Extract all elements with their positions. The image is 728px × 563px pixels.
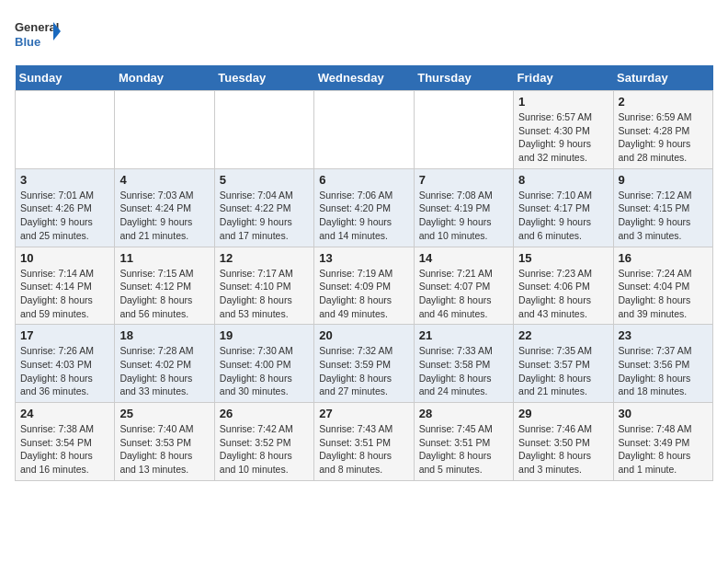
calendar-cell: 21Sunrise: 7:33 AM Sunset: 3:58 PM Dayli… (414, 325, 513, 403)
day-info: Sunrise: 7:10 AM Sunset: 4:17 PM Dayligh… (518, 189, 608, 243)
day-number: 27 (319, 407, 408, 420)
day-info: Sunrise: 6:59 AM Sunset: 4:28 PM Dayligh… (619, 110, 708, 165)
day-number: 26 (220, 407, 309, 420)
calendar-cell: 29Sunrise: 7:46 AM Sunset: 3:50 PM Dayli… (514, 403, 613, 481)
day-info: Sunrise: 7:35 AM Sunset: 3:57 PM Dayligh… (518, 344, 608, 398)
calendar-cell: 28Sunrise: 7:45 AM Sunset: 3:51 PM Dayli… (414, 403, 513, 481)
day-number: 21 (419, 328, 508, 342)
calendar-cell: 25Sunrise: 7:40 AM Sunset: 3:53 PM Dayli… (115, 403, 214, 481)
calendar-cell: 6Sunrise: 7:06 AM Sunset: 4:20 PM Daylig… (314, 168, 414, 247)
weekday-header-sunday: Sunday (16, 65, 115, 91)
day-info: Sunrise: 7:19 AM Sunset: 4:09 PM Dayligh… (319, 267, 408, 321)
logo-svg: General Blue (15, 15, 61, 56)
calendar-cell: 2Sunrise: 6:59 AM Sunset: 4:28 PM Daylig… (613, 91, 712, 169)
day-number: 3 (20, 173, 109, 187)
calendar-cell: 11Sunrise: 7:15 AM Sunset: 4:12 PM Dayli… (115, 247, 214, 325)
day-info: Sunrise: 7:28 AM Sunset: 4:02 PM Dayligh… (119, 344, 209, 398)
day-number: 18 (119, 328, 209, 342)
day-number: 10 (20, 251, 109, 265)
calendar-week-1: 3Sunrise: 7:01 AM Sunset: 4:26 PM Daylig… (16, 168, 713, 247)
day-number: 12 (220, 251, 309, 265)
calendar-cell (414, 91, 513, 169)
weekday-header-tuesday: Tuesday (214, 65, 313, 91)
calendar-cell: 20Sunrise: 7:32 AM Sunset: 3:59 PM Dayli… (314, 325, 414, 403)
calendar-cell: 13Sunrise: 7:19 AM Sunset: 4:09 PM Dayli… (314, 247, 414, 325)
day-number: 25 (119, 407, 209, 420)
day-info: Sunrise: 7:42 AM Sunset: 3:52 PM Dayligh… (220, 422, 309, 477)
calendar-cell (115, 91, 214, 169)
calendar-body: 1Sunrise: 6:57 AM Sunset: 4:30 PM Daylig… (16, 91, 713, 481)
calendar-cell: 14Sunrise: 7:21 AM Sunset: 4:07 PM Dayli… (414, 247, 513, 325)
calendar-table: SundayMondayTuesdayWednesdayThursdayFrid… (15, 65, 713, 481)
logo: General Blue (15, 15, 61, 56)
calendar-header: SundayMondayTuesdayWednesdayThursdayFrid… (16, 65, 713, 91)
day-info: Sunrise: 7:12 AM Sunset: 4:15 PM Dayligh… (619, 189, 708, 243)
calendar-cell (314, 91, 414, 169)
calendar-cell: 17Sunrise: 7:26 AM Sunset: 4:03 PM Dayli… (16, 325, 115, 403)
svg-text:General: General (15, 20, 59, 34)
day-info: Sunrise: 7:04 AM Sunset: 4:22 PM Dayligh… (220, 189, 309, 243)
header: General Blue (15, 15, 713, 56)
day-number: 13 (319, 251, 408, 265)
day-number: 8 (518, 173, 608, 187)
calendar-cell (16, 91, 115, 169)
calendar-cell: 19Sunrise: 7:30 AM Sunset: 4:00 PM Dayli… (214, 325, 313, 403)
calendar-cell: 30Sunrise: 7:48 AM Sunset: 3:49 PM Dayli… (613, 403, 712, 481)
day-number: 2 (619, 95, 708, 109)
calendar-cell: 8Sunrise: 7:10 AM Sunset: 4:17 PM Daylig… (514, 168, 613, 247)
day-number: 28 (419, 407, 508, 420)
calendar-week-2: 10Sunrise: 7:14 AM Sunset: 4:14 PM Dayli… (16, 247, 713, 325)
calendar-cell: 22Sunrise: 7:35 AM Sunset: 3:57 PM Dayli… (514, 325, 613, 403)
calendar-cell: 3Sunrise: 7:01 AM Sunset: 4:26 PM Daylig… (16, 168, 115, 247)
day-number: 22 (518, 328, 608, 342)
day-number: 4 (119, 173, 209, 187)
weekday-header-monday: Monday (115, 65, 214, 91)
calendar-cell: 5Sunrise: 7:04 AM Sunset: 4:22 PM Daylig… (214, 168, 313, 247)
weekday-header-saturday: Saturday (613, 65, 712, 91)
day-number: 6 (319, 173, 408, 187)
day-info: Sunrise: 7:24 AM Sunset: 4:04 PM Dayligh… (619, 267, 708, 321)
day-number: 30 (619, 407, 708, 420)
weekday-header-wednesday: Wednesday (314, 65, 414, 91)
calendar-cell (214, 91, 313, 169)
weekday-header-thursday: Thursday (414, 65, 513, 91)
day-info: Sunrise: 7:30 AM Sunset: 4:00 PM Dayligh… (220, 344, 309, 398)
day-info: Sunrise: 7:15 AM Sunset: 4:12 PM Dayligh… (119, 267, 209, 321)
day-number: 23 (619, 328, 708, 342)
day-number: 5 (220, 173, 309, 187)
day-info: Sunrise: 7:21 AM Sunset: 4:07 PM Dayligh… (419, 267, 508, 321)
day-number: 7 (419, 173, 508, 187)
day-number: 20 (319, 328, 408, 342)
weekday-header-row: SundayMondayTuesdayWednesdayThursdayFrid… (16, 65, 713, 91)
day-info: Sunrise: 7:43 AM Sunset: 3:51 PM Dayligh… (319, 422, 408, 477)
day-info: Sunrise: 7:45 AM Sunset: 3:51 PM Dayligh… (419, 422, 508, 477)
calendar-cell: 26Sunrise: 7:42 AM Sunset: 3:52 PM Dayli… (214, 403, 313, 481)
day-info: Sunrise: 7:46 AM Sunset: 3:50 PM Dayligh… (518, 422, 608, 477)
calendar-cell: 7Sunrise: 7:08 AM Sunset: 4:19 PM Daylig… (414, 168, 513, 247)
calendar-cell: 4Sunrise: 7:03 AM Sunset: 4:24 PM Daylig… (115, 168, 214, 247)
day-info: Sunrise: 6:57 AM Sunset: 4:30 PM Dayligh… (518, 110, 608, 165)
day-info: Sunrise: 7:26 AM Sunset: 4:03 PM Dayligh… (20, 344, 109, 398)
calendar-cell: 24Sunrise: 7:38 AM Sunset: 3:54 PM Dayli… (16, 403, 115, 481)
day-number: 9 (619, 173, 708, 187)
calendar-cell: 18Sunrise: 7:28 AM Sunset: 4:02 PM Dayli… (115, 325, 214, 403)
day-info: Sunrise: 7:08 AM Sunset: 4:19 PM Dayligh… (419, 189, 508, 243)
calendar-week-3: 17Sunrise: 7:26 AM Sunset: 4:03 PM Dayli… (16, 325, 713, 403)
day-info: Sunrise: 7:03 AM Sunset: 4:24 PM Dayligh… (119, 189, 209, 243)
calendar-cell: 16Sunrise: 7:24 AM Sunset: 4:04 PM Dayli… (613, 247, 712, 325)
calendar-cell: 10Sunrise: 7:14 AM Sunset: 4:14 PM Dayli… (16, 247, 115, 325)
day-number: 11 (119, 251, 209, 265)
day-number: 16 (619, 251, 708, 265)
day-number: 14 (419, 251, 508, 265)
day-info: Sunrise: 7:14 AM Sunset: 4:14 PM Dayligh… (20, 267, 109, 321)
svg-text:Blue: Blue (15, 35, 40, 49)
calendar-cell: 23Sunrise: 7:37 AM Sunset: 3:56 PM Dayli… (613, 325, 712, 403)
day-info: Sunrise: 7:23 AM Sunset: 4:06 PM Dayligh… (518, 267, 608, 321)
day-info: Sunrise: 7:32 AM Sunset: 3:59 PM Dayligh… (319, 344, 408, 398)
day-info: Sunrise: 7:17 AM Sunset: 4:10 PM Dayligh… (220, 267, 309, 321)
calendar-cell: 12Sunrise: 7:17 AM Sunset: 4:10 PM Dayli… (214, 247, 313, 325)
day-number: 15 (518, 251, 608, 265)
calendar-week-0: 1Sunrise: 6:57 AM Sunset: 4:30 PM Daylig… (16, 91, 713, 169)
calendar-cell: 1Sunrise: 6:57 AM Sunset: 4:30 PM Daylig… (514, 91, 613, 169)
day-number: 19 (220, 328, 309, 342)
